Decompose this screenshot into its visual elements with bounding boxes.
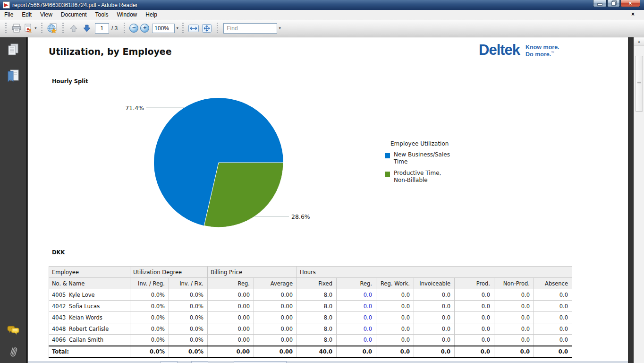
zoom-level-select[interactable]: 100% (152, 24, 175, 33)
bookmarks-panel-button[interactable] (6, 69, 20, 86)
employee-cell: 4005Kyle Love (49, 289, 130, 301)
value-cell: 0.00 (254, 289, 297, 301)
employee-name: Keian Words (69, 314, 102, 321)
employee-name: Robert Carlisle (69, 326, 109, 332)
scrollbar-thumb[interactable] (635, 56, 643, 112)
floating-nav-bar-partial (28, 361, 628, 363)
value-cell: 0.0 (414, 335, 455, 346)
pie-label-71: 71.4% (125, 104, 144, 112)
value-cell: 0.0 (455, 335, 494, 346)
floating-bar-button[interactable] (161, 361, 178, 363)
value-cell: 0.0% (169, 335, 208, 346)
chart-legend: Employee Utilization New Business/SalesT… (385, 140, 484, 188)
table-row: 4043Keian Words0.0%0.0%0.000.008.00.00.0… (49, 312, 572, 323)
total-label: Total: (49, 346, 130, 357)
column-header: Invoiceable (414, 278, 455, 289)
menu-item-help[interactable]: Help (141, 10, 161, 19)
page-gutter (628, 37, 634, 363)
menu-item-document[interactable]: Document (57, 10, 91, 19)
zoom-caret-icon[interactable]: ▼ (176, 26, 179, 30)
total-value-cell: 0.0 (534, 346, 572, 357)
acrobat-online-icon (47, 23, 58, 34)
column-header: Inv. / Fix. (169, 278, 208, 289)
find-caret-icon[interactable]: ▼ (278, 26, 281, 30)
table-total-row: Total:0.0%0.0%0.000.0040.00.00.00.00.00.… (49, 346, 572, 357)
group-header-billing-price: Billing Price (208, 267, 297, 278)
navigation-panel (0, 37, 27, 363)
value-cell: 0.0 (455, 289, 494, 301)
menu-item-edit[interactable]: Edit (17, 10, 36, 19)
pages-panel-button[interactable] (6, 43, 20, 58)
value-cell: 8.0 (297, 312, 337, 323)
employee-name: Sofia Lucas (69, 303, 100, 310)
table-row: 4066Cailan Smith0.0%0.0%0.000.008.00.00.… (49, 335, 572, 346)
comments-panel-button[interactable] (6, 325, 20, 340)
attachments-panel-button[interactable] (6, 346, 20, 362)
value-cell: 8.0 (297, 289, 337, 301)
reg-hours-link[interactable]: 0.0 (337, 335, 376, 346)
close-button[interactable]: × (620, 0, 640, 7)
find-input[interactable] (223, 23, 277, 34)
zoom-in-button[interactable]: + (140, 24, 149, 33)
value-cell: 0.0% (169, 312, 208, 323)
restore-button[interactable] (607, 0, 620, 7)
scroll-up-button[interactable]: ▲ (634, 37, 644, 46)
reg-hours-link[interactable]: 0.0 (337, 312, 376, 323)
employee-number: 4005 (52, 292, 69, 298)
value-cell: 0.00 (254, 335, 297, 346)
menubar-close-icon[interactable]: × (631, 11, 635, 17)
employee-cell: 4066Cailan Smith (49, 335, 130, 346)
value-cell: 0.0 (494, 335, 534, 346)
scroll-up-icon: ▲ (637, 40, 641, 43)
total-value-cell: 0.0 (376, 346, 414, 357)
floating-bar-button[interactable] (191, 361, 208, 363)
toolbar-separator (41, 23, 42, 34)
previous-page-icon (69, 25, 78, 32)
value-cell: 0.0 (376, 301, 414, 312)
employee-cell: 4048Robert Carlisle (49, 323, 130, 335)
print-button[interactable] (10, 22, 23, 35)
employee-cell: 4043Keian Words (49, 312, 130, 323)
menu-item-view[interactable]: View (36, 10, 57, 19)
menu-item-tools[interactable]: Tools (91, 10, 113, 19)
employee-number: 4043 (52, 314, 69, 321)
vertical-scrollbar[interactable]: ▲ (634, 37, 644, 363)
legend-label: New Business/SalesTime (394, 151, 450, 165)
legend-swatch-icon (385, 153, 390, 158)
page-number-input[interactable] (95, 23, 109, 34)
minimize-button[interactable] (593, 0, 607, 7)
next-page-button[interactable] (81, 22, 93, 35)
reg-hours-link[interactable]: 0.0 (337, 289, 376, 301)
value-cell: 0.0 (534, 323, 572, 335)
value-cell: 0.0 (494, 312, 534, 323)
utilization-table: EmployeeUtilization DegreeBilling PriceH… (49, 266, 572, 358)
share-caret-icon: ▼ (34, 26, 37, 30)
fit-page-button[interactable] (201, 22, 213, 35)
value-cell: 0.0% (169, 323, 208, 335)
previous-page-button[interactable] (68, 22, 80, 35)
toolbar-separator (182, 23, 184, 34)
share-button[interactable]: ▼ (24, 22, 37, 35)
value-cell: 0.0 (414, 323, 455, 335)
fit-width-button[interactable] (187, 22, 200, 35)
value-cell: 0.0 (455, 301, 494, 312)
column-header: Reg. (208, 278, 254, 289)
column-header: Reg. Work. (376, 278, 414, 289)
value-cell: 0.00 (254, 323, 297, 335)
reg-hours-link[interactable]: 0.0 (337, 301, 376, 312)
reg-hours-link[interactable]: 0.0 (337, 323, 376, 335)
toolbar-separator (217, 23, 218, 34)
menu-item-window[interactable]: Window (113, 10, 142, 19)
value-cell: 0.0 (455, 323, 494, 335)
window-controls: × (593, 0, 640, 7)
floating-bar-button[interactable] (234, 361, 287, 363)
menu-item-file[interactable]: File (0, 10, 17, 19)
employee-number: 4066 (52, 337, 69, 343)
toolbar-separator (5, 23, 7, 34)
acrobat-online-button[interactable] (46, 22, 59, 35)
column-header: Non-Prod. (494, 278, 534, 289)
zoom-out-button[interactable]: − (129, 24, 138, 33)
value-cell: 0.00 (208, 289, 254, 301)
group-header-hours: Hours (297, 267, 572, 278)
total-value-cell: 0.0 (414, 346, 455, 357)
